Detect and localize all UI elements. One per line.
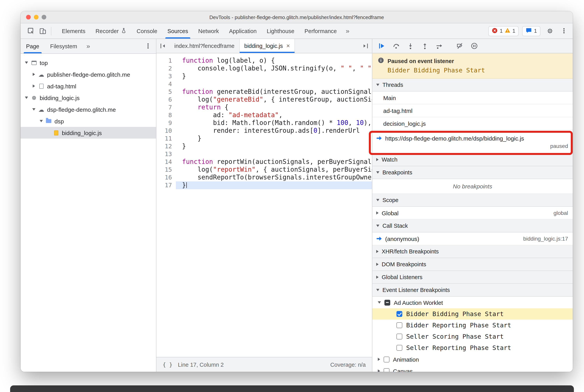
editor-tab-index-html[interactable]: index.html?fencedframe	[170, 39, 240, 53]
checkbox-checked[interactable]	[397, 311, 402, 317]
tree-item-bidding-worklet[interactable]: bidding_logic.js	[21, 92, 156, 104]
collapse-icon[interactable]	[24, 62, 29, 64]
code-text[interactable]: }	[176, 135, 372, 142]
expand-icon[interactable]	[376, 212, 379, 214]
section-header-scope[interactable]: Scope	[372, 194, 573, 207]
checkbox-unchecked[interactable]	[384, 356, 390, 362]
editor-tab-bidding-logic[interactable]: bidding_logic.js ×	[240, 39, 295, 53]
code-text[interactable]: }	[176, 72, 372, 80]
code-line[interactable]: 7 return {	[156, 104, 372, 111]
code-text[interactable]: }	[176, 182, 372, 189]
tab-performance[interactable]: Performance	[299, 23, 342, 38]
expand-icon[interactable]	[378, 370, 380, 372]
tree-item-dsp-domain[interactable]: ☁ dsp-fledge-demo.glitch.me	[21, 104, 156, 115]
thread-row-decision-logic[interactable]: decision_logic.js	[372, 117, 573, 130]
line-number[interactable]: 11	[156, 135, 176, 142]
tree-item-bidding-logic-file[interactable]: bidding_logic.js	[21, 127, 156, 138]
code-text[interactable]: ad: "ad-metadata",	[176, 111, 372, 119]
section-header-global-listeners[interactable]: Global Listeners	[372, 271, 573, 284]
elb-group-animation[interactable]: Animation	[372, 354, 573, 365]
tab-filesystem[interactable]: Filesystem	[45, 39, 83, 53]
collapse-icon[interactable]	[24, 96, 29, 99]
tab-network[interactable]: Network	[193, 23, 224, 38]
line-number[interactable]: 5	[156, 88, 176, 96]
elb-item-bidder-reporting-phase-start[interactable]: Bidder Reporting Phase Start	[372, 320, 573, 331]
line-number[interactable]: 3	[156, 72, 176, 80]
code-text[interactable]	[176, 80, 372, 88]
code-text[interactable]: function reportWin(auctionSignals, perBu…	[176, 158, 372, 166]
more-navigator-tabs-chevron-icon[interactable]: »	[82, 42, 94, 50]
code-text[interactable]: render: interestGroup.ads[0].renderUrl	[176, 127, 372, 135]
line-number[interactable]: 4	[156, 80, 176, 88]
tab-console[interactable]: Console	[131, 23, 162, 38]
thread-row-bidding-logic-paused[interactable]: https://dsp-fledge-demo.glitch.me/dsp/bi…	[372, 130, 573, 153]
line-number[interactable]: 1	[156, 57, 176, 64]
issues-button[interactable]: 1	[522, 26, 541, 36]
expand-icon[interactable]	[31, 84, 36, 88]
tab-sources[interactable]: Sources	[162, 23, 193, 38]
inspect-element-icon[interactable]	[25, 25, 37, 37]
code-text[interactable]: return {	[176, 104, 372, 111]
line-number[interactable]: 8	[156, 111, 176, 119]
pause-on-exceptions-button[interactable]	[470, 41, 479, 50]
tab-recorder[interactable]: Recorder	[90, 23, 131, 38]
code-line[interactable]: 12}	[156, 142, 372, 150]
expand-icon[interactable]	[31, 73, 36, 76]
checkbox-unchecked[interactable]	[397, 345, 402, 351]
code-line[interactable]: 15 log("reportWin", { auctionSignals, pe…	[156, 166, 372, 174]
code-line[interactable]: 13	[156, 150, 372, 158]
tab-lighthouse[interactable]: Lighthouse	[262, 23, 299, 38]
code-line[interactable]: 16 sendReportTo(browserSignals.interestG…	[156, 174, 372, 182]
more-panels-chevron-icon[interactable]: »	[342, 23, 353, 38]
tab-elements[interactable]: Elements	[57, 23, 90, 38]
expand-icon[interactable]	[378, 358, 380, 361]
line-number[interactable]: 16	[156, 174, 176, 182]
resume-script-button[interactable]	[377, 41, 386, 50]
code-text[interactable]: bid: Math.floor(Math.random() * 100, 10)…	[176, 119, 372, 127]
close-tab-icon[interactable]: ×	[286, 43, 290, 49]
checkbox-unchecked[interactable]	[397, 322, 402, 328]
thread-row-main[interactable]: Main	[372, 92, 573, 104]
section-header-dom-breakpoints[interactable]: DOM Breakpoints	[372, 258, 573, 271]
line-number[interactable]: 14	[156, 158, 176, 166]
line-number[interactable]: 9	[156, 119, 176, 127]
checkbox-unchecked[interactable]	[397, 334, 402, 340]
line-number[interactable]: 2	[156, 64, 176, 72]
errors-warnings-button[interactable]: 1 1	[489, 26, 519, 36]
code-line[interactable]: 1function log(label, o) {	[156, 57, 372, 64]
tree-item-ad-tag[interactable]: ad-tag.html	[21, 80, 156, 92]
close-window-button[interactable]	[26, 15, 31, 20]
elb-item-bidder-bidding-phase-start[interactable]: Bidder Bidding Phase Start	[372, 308, 573, 320]
code-line[interactable]: 14function reportWin(auctionSignals, per…	[156, 158, 372, 166]
elb-group-ad-auction-worklet[interactable]: Ad Auction Worklet	[372, 297, 573, 308]
hide-navigator-icon[interactable]	[156, 39, 170, 53]
minimize-window-button[interactable]	[34, 15, 38, 20]
code-line[interactable]: 10 render: interestGroup.ads[0].renderUr…	[156, 127, 372, 135]
tree-item-publisher-domain[interactable]: ☁ publisher-fledge-demo.glitch.me	[21, 68, 156, 80]
code-text[interactable]	[176, 150, 372, 158]
checkbox-unchecked[interactable]	[384, 368, 390, 372]
section-header-threads[interactable]: Threads	[372, 79, 573, 92]
code-text[interactable]: }	[176, 142, 372, 150]
section-header-event-listener-breakpoints[interactable]: Event Listener Breakpoints	[372, 284, 573, 297]
code-line[interactable]: 11 }	[156, 135, 372, 142]
line-number[interactable]: 17	[156, 182, 176, 189]
collapse-icon[interactable]	[378, 301, 381, 304]
code-text[interactable]: log("generateBid", { interestGroup, auct…	[176, 96, 372, 104]
settings-gear-icon[interactable]	[544, 25, 556, 37]
code-text[interactable]: sendReportTo(browserSignals.interestGrou…	[176, 174, 372, 182]
elb-item-seller-scoring-phase-start[interactable]: Seller Scoring Phase Start	[372, 331, 573, 342]
devtools-menu-kebab-icon[interactable]: ⋮	[559, 27, 569, 35]
step-into-button[interactable]	[406, 41, 415, 50]
line-number[interactable]: 15	[156, 166, 176, 174]
section-header-breakpoints[interactable]: Breakpoints	[372, 166, 573, 179]
section-header-call-stack[interactable]: Call Stack	[372, 220, 573, 232]
device-toolbar-icon[interactable]	[37, 25, 49, 37]
code-text[interactable]: function log(label, o) {	[176, 57, 372, 64]
code-text[interactable]: function generateBid(interestGroup, auct…	[176, 88, 372, 96]
next-editor-tab-icon[interactable]	[359, 39, 372, 53]
step-over-button[interactable]	[391, 41, 401, 50]
pretty-print-icon[interactable]: { }	[163, 362, 173, 368]
code-line[interactable]: 6 log("generateBid", { interestGroup, au…	[156, 96, 372, 104]
code-line-paused[interactable]: 17}	[156, 182, 372, 189]
